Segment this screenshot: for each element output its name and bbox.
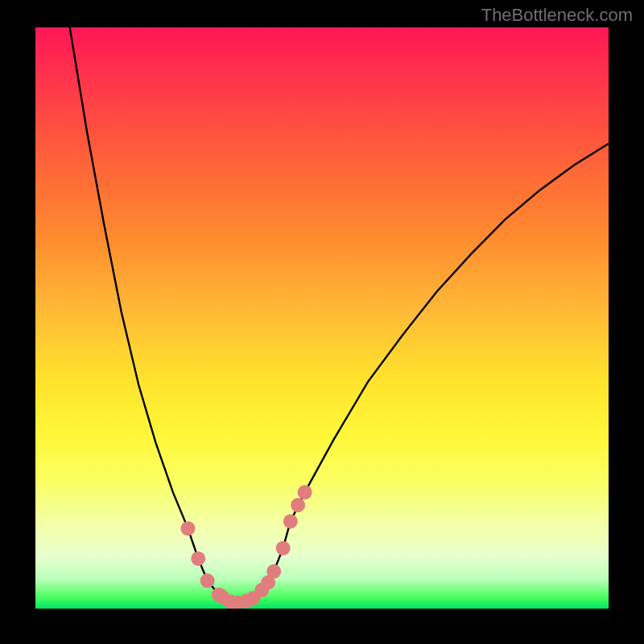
chart-svg [35, 27, 609, 609]
chart-marker [200, 573, 215, 588]
bottleneck-curve [70, 27, 609, 603]
chart-marker [298, 485, 312, 500]
chart-marker [283, 514, 298, 529]
chart-frame: TheBottleneck.com [0, 0, 644, 644]
watermark-label: TheBottleneck.com [481, 5, 633, 26]
chart-marker [191, 551, 205, 566]
chart-marker [180, 521, 195, 535]
chart-marker [291, 498, 305, 513]
chart-markers [180, 485, 312, 609]
plot-area [35, 27, 609, 609]
chart-marker [276, 541, 291, 555]
chart-marker [266, 564, 281, 579]
